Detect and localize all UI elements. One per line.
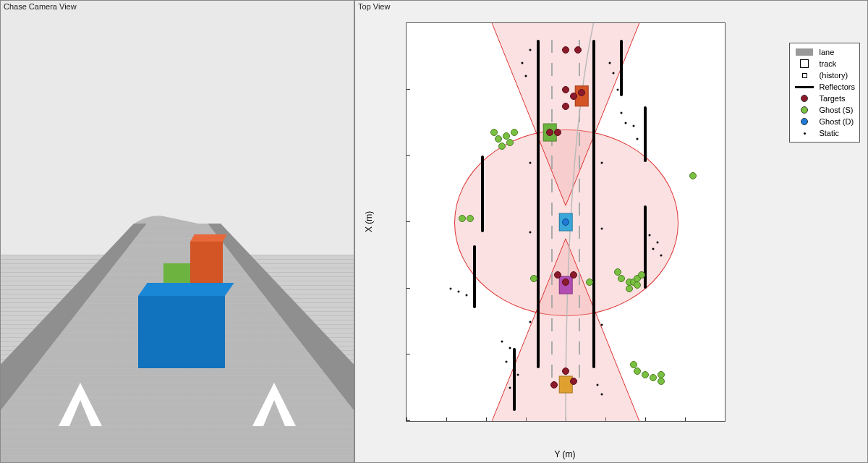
point-tgt bbox=[562, 86, 569, 93]
point-tgt bbox=[574, 46, 582, 54]
point-sta bbox=[600, 161, 603, 163]
point-sta bbox=[529, 161, 531, 163]
chase-scene bbox=[1, 1, 354, 462]
point-sta bbox=[613, 72, 615, 74]
point-tgt bbox=[562, 46, 569, 54]
point-tgt bbox=[570, 93, 577, 100]
point-tgt bbox=[562, 279, 569, 286]
point-sta bbox=[509, 387, 511, 389]
top-panel-title: Top View bbox=[358, 2, 390, 11]
chase-panel-title: Chase Camera View bbox=[4, 2, 77, 11]
point-tgt bbox=[550, 381, 558, 388]
legend-item: Static bbox=[794, 127, 855, 139]
reflector bbox=[481, 156, 484, 232]
point-ghs bbox=[634, 368, 641, 375]
legend-item: lane bbox=[794, 46, 855, 58]
point-ghs bbox=[642, 371, 649, 378]
point-ghd bbox=[562, 218, 569, 226]
point-tgt bbox=[562, 368, 569, 375]
point-sta bbox=[600, 228, 603, 230]
vehicle-blue-3d bbox=[138, 296, 225, 368]
reflector bbox=[513, 348, 516, 411]
legend-swatch bbox=[794, 59, 814, 68]
point-ghs bbox=[586, 279, 593, 286]
legend-item: Targets bbox=[794, 93, 855, 104]
point-ghs bbox=[467, 215, 474, 222]
point-sta bbox=[624, 122, 626, 124]
legend-label: Ghost (S) bbox=[819, 106, 853, 114]
legend-label: track bbox=[819, 59, 836, 68]
point-sta bbox=[473, 281, 475, 283]
legend-label: Ghost (D) bbox=[819, 117, 854, 126]
legend-item: Ghost (S) bbox=[794, 104, 855, 116]
point-ghs bbox=[650, 374, 657, 381]
vehicle-green-3d bbox=[163, 263, 192, 285]
legend-swatch bbox=[794, 117, 814, 126]
chase-camera-panel: Chase Camera View bbox=[0, 0, 354, 463]
point-ghs bbox=[634, 281, 641, 289]
legend-label: Reflectors bbox=[819, 82, 855, 91]
legend-swatch bbox=[794, 48, 814, 56]
legend-label: lane bbox=[819, 48, 834, 56]
point-sta bbox=[660, 254, 663, 256]
point-sta bbox=[652, 247, 655, 250]
legend-label: (history) bbox=[819, 71, 848, 80]
legend-label: Targets bbox=[819, 94, 845, 103]
point-tgt bbox=[562, 103, 569, 110]
point-sta bbox=[637, 138, 639, 140]
point-sta bbox=[525, 75, 527, 77]
y-axis-label: X (m) bbox=[364, 22, 374, 420]
point-sta bbox=[529, 48, 531, 51]
point-sta bbox=[457, 291, 459, 293]
point-ghs bbox=[530, 275, 537, 282]
legend-swatch bbox=[794, 71, 814, 80]
legend: lane track (history) Reflectors Targets … bbox=[789, 43, 860, 143]
point-tgt bbox=[554, 129, 561, 136]
point-sta bbox=[608, 62, 610, 64]
point-sta bbox=[616, 88, 618, 90]
reflector bbox=[644, 106, 647, 163]
point-sta bbox=[600, 324, 603, 326]
point-ghs bbox=[658, 378, 665, 385]
point-sta bbox=[505, 360, 507, 362]
point-tgt bbox=[546, 129, 553, 136]
plot-area-wrap: 403020100-10-20-30-40-60-40-200204060 bbox=[406, 22, 724, 420]
reflector bbox=[620, 40, 623, 96]
point-ghs bbox=[618, 275, 625, 282]
point-ghs bbox=[630, 361, 637, 368]
point-sta bbox=[501, 341, 503, 343]
point-sta bbox=[600, 394, 603, 396]
legend-item: (history) bbox=[794, 69, 855, 81]
point-sta bbox=[517, 373, 519, 375]
point-sta bbox=[529, 231, 531, 233]
legend-swatch bbox=[794, 94, 814, 103]
point-sta bbox=[509, 347, 511, 349]
legend-label: Static bbox=[819, 129, 839, 137]
x-axis-label: Y (m) bbox=[406, 449, 724, 459]
point-sta bbox=[521, 62, 523, 64]
point-ghs bbox=[459, 215, 466, 222]
legend-item: track bbox=[794, 58, 855, 69]
point-sta bbox=[465, 294, 467, 296]
point-sta bbox=[656, 241, 658, 243]
point-ghs bbox=[638, 271, 645, 279]
point-sta bbox=[529, 320, 531, 323]
point-tgt bbox=[578, 89, 585, 96]
plot-area: 403020100-10-20-30-40-60-40-200204060 bbox=[406, 22, 726, 422]
point-sta bbox=[449, 287, 451, 289]
reflector bbox=[537, 40, 540, 368]
point-ghs bbox=[689, 172, 697, 179]
point-sta bbox=[648, 234, 650, 237]
figure-root: Chase Camera View Top View X (m) 4030201… bbox=[0, 0, 868, 463]
point-ghs bbox=[506, 139, 514, 146]
point-sta bbox=[632, 125, 634, 127]
reflector bbox=[473, 245, 476, 308]
point-sta bbox=[597, 383, 599, 386]
point-tgt bbox=[554, 271, 561, 279]
legend-item: Reflectors bbox=[794, 81, 855, 93]
top-view-panel: Top View X (m) 403020100-10-20-30-40-60-… bbox=[354, 0, 868, 463]
legend-item: Ghost (D) bbox=[794, 116, 855, 127]
point-tgt bbox=[570, 378, 577, 385]
sky bbox=[1, 1, 354, 255]
legend-swatch bbox=[794, 106, 814, 114]
